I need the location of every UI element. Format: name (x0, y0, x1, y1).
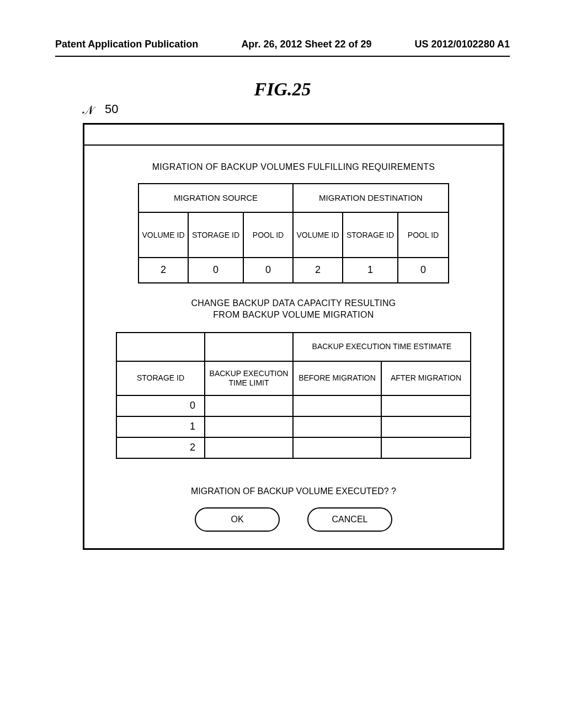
cell-value (294, 438, 382, 458)
cell-value (294, 417, 382, 437)
table-row: STORAGE ID BACKUP EXECUTION TIME LIMIT B… (117, 362, 470, 396)
cell-value (382, 396, 470, 416)
table-row: VOLUME ID STORAGE ID POOL ID VOLUME ID S… (139, 213, 448, 258)
header-middle: Apr. 26, 2012 Sheet 22 of 29 (241, 39, 371, 50)
capacity-table: BACKUP EXECUTION TIME ESTIMATE STORAGE I… (116, 332, 471, 459)
sub-header: POOL ID (244, 213, 294, 257)
header-left: Patent Application Publication (55, 39, 198, 50)
callout-arrow-icon: 𝒩 (83, 103, 93, 117)
sub-header: STORAGE ID (189, 213, 244, 257)
dialog-box: MIGRATION OF BACKUP VOLUMES FULFILLING R… (83, 123, 504, 550)
cell-value: 2 (139, 258, 189, 282)
cell-value: 1 (343, 258, 398, 282)
table-row: 1 (117, 417, 470, 438)
blank-cell (117, 333, 205, 361)
cell-value: 2 (117, 438, 205, 458)
cell-value: 0 (117, 396, 205, 416)
dialog-body: MIGRATION OF BACKUP VOLUMES FULFILLING R… (84, 146, 503, 548)
cancel-button[interactable]: CANCEL (307, 507, 392, 532)
header-rule (55, 56, 510, 57)
migration-table: MIGRATION SOURCE MIGRATION DESTINATION V… (138, 183, 449, 283)
table-row: 2 (117, 438, 470, 458)
cell-value (205, 396, 294, 416)
confirmation-prompt: MIGRATION OF BACKUP VOLUME EXECUTED? ? (101, 486, 486, 496)
sub-header: VOLUME ID (139, 213, 189, 257)
table-row: 2 0 0 2 1 0 (139, 258, 448, 282)
col-header-source: MIGRATION SOURCE (139, 184, 294, 212)
cell-value: 0 (244, 258, 294, 282)
cell-value (382, 438, 470, 458)
section2-title-line2: FROM BACKUP VOLUME MIGRATION (213, 310, 374, 319)
sub-header: STORAGE ID (343, 213, 398, 257)
cell-value (382, 417, 470, 437)
cell-value: 2 (294, 258, 343, 282)
blank-cell (205, 333, 294, 361)
table-row: MIGRATION SOURCE MIGRATION DESTINATION (139, 184, 448, 213)
cell-value (205, 417, 294, 437)
cell-value: 0 (398, 258, 448, 282)
button-row: OK CANCEL (101, 507, 486, 532)
dialog-titlebar (84, 125, 503, 146)
callout-number: 50 (105, 102, 118, 116)
doc-header: Patent Application Publication Apr. 26, … (55, 39, 510, 50)
figure-title: FIG.25 (55, 79, 510, 100)
figure-callout: 𝒩 50 (83, 103, 510, 123)
cell-value: 0 (189, 258, 244, 282)
section2-title-line1: CHANGE BACKUP DATA CAPACITY RESULTING (191, 298, 396, 308)
header-right: US 2012/0102280 A1 (415, 39, 510, 50)
sub-header: POOL ID (398, 213, 448, 257)
cell-value (294, 396, 382, 416)
cell-value (205, 438, 294, 458)
ok-button[interactable]: OK (195, 507, 280, 532)
section1-title: MIGRATION OF BACKUP VOLUMES FULFILLING R… (101, 162, 486, 172)
section2-title: CHANGE BACKUP DATA CAPACITY RESULTING FR… (101, 298, 486, 321)
table-row: 0 (117, 396, 470, 417)
sub-header: BEFORE MIGRATION (294, 362, 382, 395)
cell-value: 1 (117, 417, 205, 437)
col-header-estimate: BACKUP EXECUTION TIME ESTIMATE (294, 333, 470, 361)
page: Patent Application Publication Apr. 26, … (0, 0, 565, 728)
col-header-destination: MIGRATION DESTINATION (294, 184, 448, 212)
table-row: BACKUP EXECUTION TIME ESTIMATE (117, 333, 470, 362)
sub-header: VOLUME ID (294, 213, 343, 257)
sub-header: BACKUP EXECUTION TIME LIMIT (205, 362, 294, 395)
sub-header: AFTER MIGRATION (382, 362, 470, 395)
sub-header: STORAGE ID (117, 362, 205, 395)
